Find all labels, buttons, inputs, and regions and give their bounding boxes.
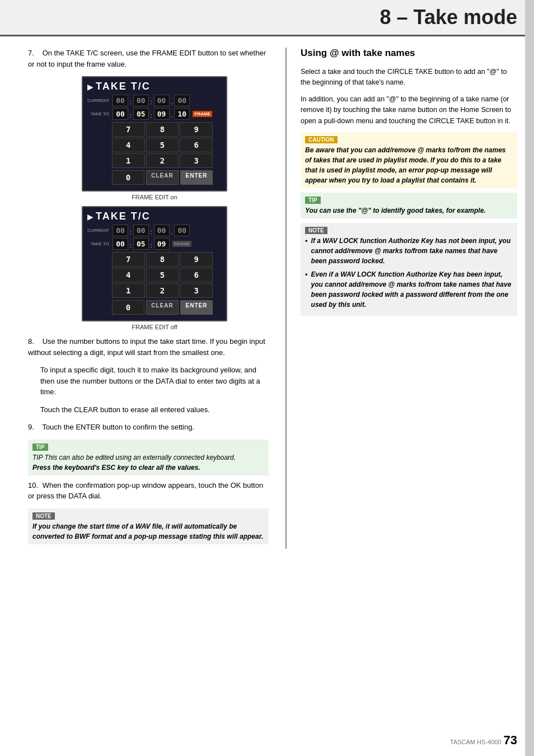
screen2-enter-btn[interactable]: ENTER: [180, 300, 213, 315]
screen2-btn-6[interactable]: 6: [180, 268, 213, 282]
screen2-box: ▶ TAKE T/C CURRENT 00 : 00 : 00 . 00 TAK…: [82, 206, 227, 321]
bullet-dot-1: •: [305, 237, 308, 266]
screen2-taketo-label: TAKE TO: [87, 241, 111, 246]
screen1-caption: FRAME EDIT on: [132, 194, 177, 200]
screen1-taketo-label: TAKE TO: [87, 111, 111, 116]
screen2-frame-btn[interactable]: FRAME: [172, 241, 191, 247]
screen2-action-row: 0 CLEAR ENTER: [112, 300, 213, 315]
screen1-clear-btn[interactable]: CLEAR: [146, 170, 179, 185]
dot4: :: [130, 113, 132, 120]
screen2-btn-4[interactable]: 4: [112, 268, 145, 282]
tip-label-right: TIP: [305, 197, 321, 204]
right-para1: Select a take and touch the CIRCLE TAKE …: [301, 67, 517, 88]
content-wrap: 7. On the TAKE T/C screen, use the FRAME…: [0, 36, 534, 560]
screen1-btn-6[interactable]: 6: [180, 138, 213, 152]
screen1-take-val3: 09: [154, 108, 170, 120]
screen1-btn-5[interactable]: 5: [146, 138, 179, 152]
screen1-container: ▶ TAKE T/C CURRENT 00 : 00 : 00 . 00 TAK…: [40, 76, 269, 200]
dot11: :: [151, 242, 152, 250]
screen2-container: ▶ TAKE T/C CURRENT 00 : 00 : 00 . 00 TAK…: [40, 206, 269, 330]
screen2-curr-val3: 00: [154, 225, 170, 236]
screen2-btn-8[interactable]: 8: [146, 252, 179, 267]
caution-text: Be aware that you can add/remove @ marks…: [305, 145, 513, 185]
screen2-btn-0[interactable]: 0: [112, 300, 144, 315]
screen2-btn-5[interactable]: 5: [146, 268, 179, 282]
step-8: 8. Use the number buttons to input the t…: [28, 336, 269, 358]
step-10: 10. When the confirmation pop-up window …: [28, 480, 269, 502]
screen1-btn-2[interactable]: 2: [146, 153, 179, 168]
page-number: 73: [504, 733, 517, 748]
screen1-btn-9[interactable]: 9: [180, 122, 213, 137]
step-8-num: 8.: [28, 336, 40, 347]
screen1-btn-4[interactable]: 4: [112, 138, 145, 152]
screen1-btn-3[interactable]: 3: [180, 153, 213, 168]
tip-text-1a: TIP This can also be edited using an ext…: [32, 452, 264, 463]
screen2-clear-btn[interactable]: CLEAR: [146, 300, 179, 315]
screen1-btn-7[interactable]: 7: [112, 122, 145, 137]
step-8-para3: Touch the CLEAR button to erase all ente…: [40, 404, 269, 416]
note-text-1: If you change the start time of a WAV fi…: [32, 521, 264, 542]
screen2-num-grid: 7 8 9 4 5 6 1 2 3: [112, 252, 213, 298]
screen1-btn-0[interactable]: 0: [112, 170, 144, 185]
caution-box: CAUTION Be aware that you can add/remove…: [301, 132, 517, 188]
left-column: 7. On the TAKE T/C screen, use the FRAME…: [28, 48, 269, 549]
page-footer: TASCAM HS-4000 73: [450, 733, 517, 748]
screen2-current-label: CURRENT: [87, 228, 111, 233]
note-box-1: NOTE If you change the start time of a W…: [28, 508, 269, 544]
screen1-take-val1: 00: [113, 108, 128, 120]
screen1-curr-val1: 00: [113, 95, 128, 106]
screen1-take-val4: 10: [174, 108, 190, 120]
screen1-arrow: ▶: [87, 82, 93, 91]
screen1-curr-val4: 00: [174, 95, 190, 106]
dot6: .: [171, 113, 173, 120]
screen2-title: TAKE T/C: [96, 211, 151, 222]
screen1-curr-val2: 00: [133, 95, 149, 106]
step-8-para2: To input a specific digit, touch it to m…: [40, 365, 269, 398]
screen1-current-label: CURRENT: [87, 98, 111, 103]
screen2-caption: FRAME EDIT off: [132, 324, 177, 330]
tip-text-right: You can use the "@" to identify good tak…: [305, 206, 513, 216]
screen2-btn-7[interactable]: 7: [112, 252, 145, 267]
screen1-current-row: CURRENT 00 : 00 : 00 . 00: [87, 95, 222, 106]
page-header: 8 – Take mode: [0, 0, 534, 36]
dot3: .: [171, 99, 173, 106]
screen2-btn-1[interactable]: 1: [112, 283, 145, 298]
step-7: 7. On the TAKE T/C screen, use the FRAME…: [28, 48, 269, 69]
screen1-take-val2: 05: [133, 108, 149, 120]
screen1-num-grid: 7 8 9 4 5 6 1 2 3: [112, 122, 213, 168]
dot1: :: [130, 99, 132, 106]
screen1-btn-8[interactable]: 8: [146, 122, 179, 137]
screen2-btn-9[interactable]: 9: [180, 252, 213, 267]
note-label-1: NOTE: [32, 512, 55, 520]
step-7-num: 7.: [28, 48, 40, 59]
screen2-curr-val1: 00: [113, 225, 128, 236]
note-box-right: NOTE • If a WAV LOCK function Authorize …: [301, 223, 517, 316]
step-7-text: On the TAKE T/C screen, use the FRAME ED…: [28, 49, 266, 68]
screen2-curr-val2: 00: [133, 225, 149, 236]
screen1-title-row: ▶ TAKE T/C: [87, 81, 222, 92]
dot2: :: [151, 99, 152, 106]
screen1-title: TAKE T/C: [96, 81, 151, 92]
screen1-frame-btn[interactable]: FRAME: [193, 111, 212, 117]
screen2-btn-2[interactable]: 2: [146, 283, 179, 298]
note-bullet-2: • Even if a WAV LOCK function Authorize …: [305, 269, 513, 310]
tip-text-1b: Press the keyboard's ESC key to clear al…: [32, 463, 264, 473]
dot9: .: [171, 229, 173, 236]
screen1-btn-1[interactable]: 1: [112, 153, 145, 168]
note-bullet-1-text: If a WAV LOCK function Authorize Key has…: [311, 236, 513, 266]
step-10-text: When the confirmation pop-up window appe…: [28, 481, 263, 501]
screen2-take-val3: 09: [154, 238, 170, 250]
note-label-right: NOTE: [305, 227, 327, 234]
screen1-action-row: 0 CLEAR ENTER: [112, 170, 213, 185]
step-8-para3-text: Touch the CLEAR button to erase all ente…: [40, 405, 210, 414]
tip-box-1: TIP TIP This can also be edited using an…: [28, 440, 269, 475]
screen2-curr-val4: 00: [174, 225, 190, 236]
screen1-curr-val3: 00: [154, 95, 170, 106]
right-edge-bar: [525, 0, 534, 756]
step-9: 9. Touch the ENTER button to confirm the…: [28, 422, 269, 433]
caution-label: CAUTION: [305, 136, 338, 143]
screen1-enter-btn[interactable]: ENTER: [180, 170, 213, 185]
tip-box-right: TIP You can use the "@" to identify good…: [301, 193, 517, 218]
screen2-take-val1: 00: [113, 238, 128, 250]
screen2-btn-3[interactable]: 3: [180, 283, 213, 298]
